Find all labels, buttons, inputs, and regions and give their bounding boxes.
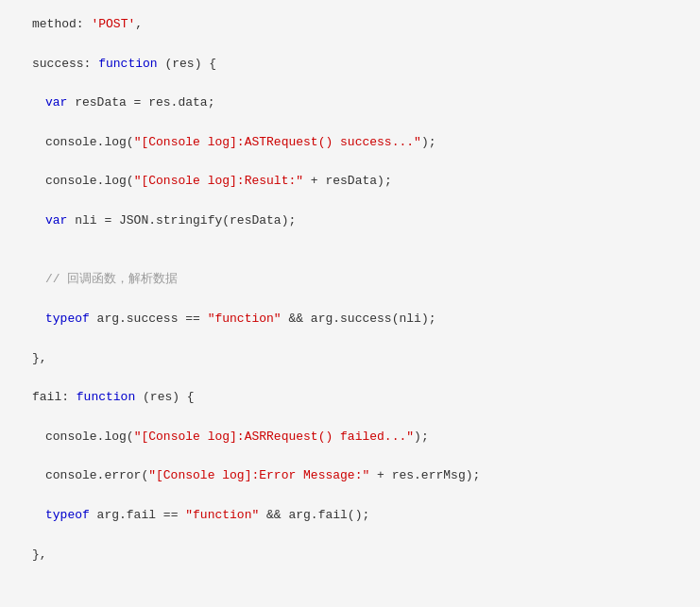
code-line: [19, 329, 681, 349]
token-plain: console.log(: [45, 135, 134, 149]
token-kw: var: [45, 95, 67, 110]
token-plain: method:: [32, 17, 91, 31]
token-str: "function": [185, 508, 259, 522]
token-kw: var: [45, 213, 67, 228]
code-line: [19, 153, 681, 173]
code-line: fail: function (res) {: [19, 388, 681, 408]
code-line: [19, 408, 681, 428]
token-kw: typeof: [45, 312, 90, 326]
code-line: },: [19, 349, 681, 369]
token-str: "[Console log]:Error Message:": [148, 468, 369, 482]
token-plain: },: [32, 548, 47, 562]
token-comment: // 回调函数，解析数据: [45, 272, 178, 286]
token-plain: && arg.fail();: [259, 508, 369, 522]
token-plain: },: [32, 351, 47, 365]
token-str: "function": [208, 312, 282, 326]
code-line: method: 'POST',: [19, 15, 681, 35]
code-line: [19, 486, 681, 506]
code-block: method: 'POST', success: function (res) …: [19, 15, 681, 565]
token-plain: );: [421, 135, 436, 149]
code-line: var resData = res.data;: [19, 93, 681, 113]
token-str: "[Console log]:Result:": [134, 174, 303, 188]
code-line: [19, 447, 681, 467]
code-line: var nli = JSON.stringify(resData);: [19, 211, 681, 231]
token-plain: (res) {: [135, 390, 194, 404]
code-line: [19, 526, 681, 546]
token-plain: fail:: [32, 390, 77, 404]
token-kw: typeof: [45, 508, 90, 522]
token-plain: + resData);: [303, 174, 392, 188]
token-plain: );: [414, 430, 429, 444]
code-line: [19, 113, 681, 133]
code-line: console.log("[Console log]:ASTRequest() …: [19, 133, 681, 153]
token-plain: ,: [135, 17, 143, 31]
token-plain: console.log(: [45, 430, 134, 444]
token-plain: arg.success ==: [90, 312, 208, 326]
token-plain: (res) {: [158, 57, 216, 71]
code-line: console.log("[Console log]:Result:" + re…: [19, 172, 681, 192]
code-line: [19, 35, 681, 55]
code-line: console.log("[Console log]:ASRRequest() …: [19, 428, 681, 447]
token-plain: + res.errMsg);: [369, 468, 480, 482]
code-line: // 回调函数，解析数据: [19, 270, 681, 290]
token-plain: console.error(: [45, 468, 148, 482]
code-line: [19, 251, 681, 271]
token-plain: console.log(: [45, 174, 134, 188]
code-line: [19, 290, 681, 310]
token-str: "[Console log]:ASTRequest() success...": [134, 135, 421, 149]
code-line: [19, 192, 681, 211]
token-kw: function: [98, 57, 157, 71]
token-plain: nli = JSON.stringify(resData);: [67, 213, 296, 228]
token-plain: && arg.success(nli);: [282, 312, 436, 326]
code-line: [19, 368, 681, 388]
token-plain: resData = res.data;: [67, 95, 214, 110]
code-line: [19, 231, 681, 251]
code-line: typeof arg.success == "function" && arg.…: [19, 310, 681, 329]
code-line: typeof arg.fail == "function" && arg.fai…: [19, 506, 681, 526]
token-str: "[Console log]:ASRRequest() failed...": [134, 430, 414, 444]
token-str: 'POST': [91, 17, 135, 31]
token-plain: success:: [32, 57, 98, 71]
code-line: },: [19, 546, 681, 565]
code-line: success: function (res) {: [19, 55, 681, 75]
code-line: console.error("[Console log]:Error Messa…: [19, 466, 681, 486]
code-container: method: 'POST', success: function (res) …: [0, 0, 700, 607]
code-line: [19, 74, 681, 93]
token-plain: arg.fail ==: [90, 508, 185, 522]
token-kw: function: [77, 390, 135, 404]
